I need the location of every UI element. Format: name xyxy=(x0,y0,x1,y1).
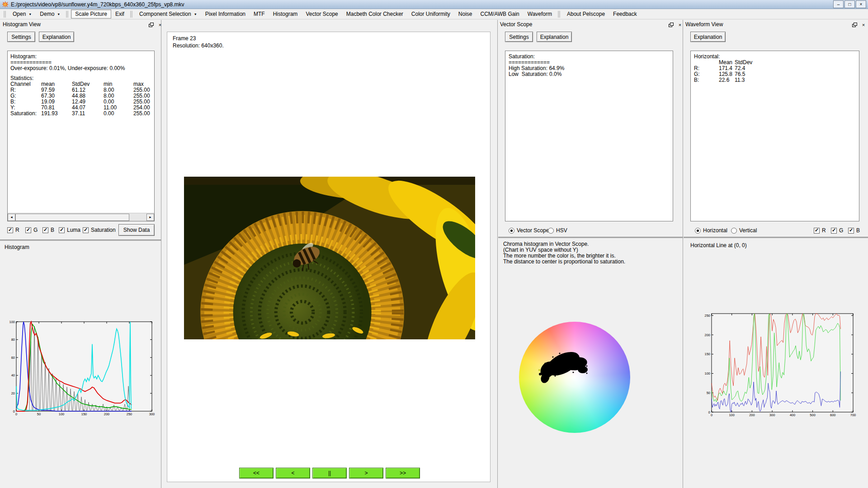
menu-exif[interactable]: Exif xyxy=(111,9,128,19)
checkbox-b[interactable]: ✓B xyxy=(42,227,54,233)
stat-cell: 0.00 xyxy=(104,111,133,117)
radio-hsv[interactable]: HSV xyxy=(548,227,567,234)
minimize-icon: – xyxy=(837,2,840,7)
check-icon: ✓ xyxy=(849,227,853,233)
histogram-section-label: Histogram xyxy=(5,244,29,250)
waveform-panel-title: Waveform View xyxy=(685,20,723,29)
panel-section-separator[interactable] xyxy=(498,237,683,238)
checkbox-waveform-r[interactable]: ✓R xyxy=(814,227,826,234)
panel-float-button[interactable] xyxy=(851,22,858,28)
svg-text:100: 100 xyxy=(9,320,15,324)
radio-dot xyxy=(697,230,699,232)
chevron-down-icon: ▼ xyxy=(57,13,60,16)
menu-waveform[interactable]: Waveform xyxy=(524,9,556,19)
menu-macbeth-color-checker[interactable]: Macbeth Color Checker xyxy=(342,9,407,19)
radio-vertical[interactable]: Vertical xyxy=(731,227,757,234)
horizontal-scrollbar[interactable]: ◄ ► xyxy=(8,213,154,221)
toolbar-grip[interactable] xyxy=(4,11,5,18)
playback-pause-button[interactable]: || xyxy=(312,468,347,479)
menu-scale-picture[interactable]: Scale Picture xyxy=(71,9,111,19)
window-titlebar[interactable]: E:/projects/video/vp8/sunflower.y4m_720k… xyxy=(0,0,868,9)
svg-text:250: 250 xyxy=(704,314,710,318)
menu-open[interactable]: Open▼ xyxy=(9,9,36,19)
checkbox-box: ✓ xyxy=(814,228,820,234)
menu-histogram[interactable]: Histogram xyxy=(269,9,302,19)
menu-color-uniformity[interactable]: Color Uniformity xyxy=(407,9,454,19)
histogram-explanation-button[interactable]: Explanation xyxy=(39,32,74,42)
panel-close-button[interactable]: × xyxy=(860,22,867,28)
playback-step-forward-button[interactable]: > xyxy=(349,468,383,479)
svg-text:0: 0 xyxy=(13,409,15,413)
scroll-left-button[interactable]: ◄ xyxy=(8,214,15,221)
checkbox-waveform-g[interactable]: ✓G xyxy=(831,227,843,234)
check-icon: ✓ xyxy=(26,227,30,233)
checkbox-g[interactable]: ✓G xyxy=(25,227,38,233)
svg-text:250: 250 xyxy=(127,412,132,416)
menu-ccm-awb-gain[interactable]: CCM/AWB Gain xyxy=(476,9,524,19)
histogram-settings-button[interactable]: Settings xyxy=(7,32,35,42)
stat-cell: 72.4 xyxy=(735,65,745,71)
panel-section-separator[interactable] xyxy=(0,239,161,241)
checkbox-box: ✓ xyxy=(42,227,48,233)
panel-close-button[interactable]: × xyxy=(676,22,684,28)
radio-circle xyxy=(695,228,701,234)
scroll-right-icon: ► xyxy=(149,216,152,219)
vectorscope-stats-box: Saturation: ============= High Saturatio… xyxy=(505,51,673,221)
close-button[interactable]: × xyxy=(856,0,866,8)
stat-row: Saturation:191.9337.110.00255.00 xyxy=(10,111,154,117)
checkbox-waveform-b[interactable]: ✓B xyxy=(848,227,860,234)
menu-noise[interactable]: Noise xyxy=(454,9,476,19)
svg-text:100: 100 xyxy=(729,413,735,417)
menu-about-pelscope[interactable]: About Pelscope xyxy=(563,9,609,19)
frame-label: Frame 23 xyxy=(173,35,196,42)
vectorscope-settings-button[interactable]: Settings xyxy=(505,32,533,42)
checkbox-saturation[interactable]: ✓Saturation xyxy=(83,227,116,233)
toolbar-grip[interactable] xyxy=(130,11,131,18)
toolbar-grip[interactable] xyxy=(558,11,559,18)
svg-text:20: 20 xyxy=(11,391,15,395)
dock-splitter[interactable] xyxy=(497,20,498,488)
checkbox-luma[interactable]: ✓Luma xyxy=(59,227,80,233)
chevron-down-icon: ▼ xyxy=(28,13,32,16)
radio-horizontal[interactable]: Horizontal xyxy=(695,227,727,234)
vectorscope-explanation-button[interactable]: Explanation xyxy=(537,32,572,42)
float-icon xyxy=(852,23,857,27)
close-icon: × xyxy=(159,23,161,28)
app-icon xyxy=(2,1,9,8)
svg-text:200: 200 xyxy=(704,333,710,337)
dock-splitter[interactable] xyxy=(161,20,161,488)
show-data-button[interactable]: Show Data xyxy=(118,224,155,236)
playback-rewind-button[interactable]: << xyxy=(239,468,274,479)
check-icon: ✓ xyxy=(815,227,819,233)
panel-close-button[interactable]: × xyxy=(156,22,164,28)
svg-text:500: 500 xyxy=(810,413,816,417)
checkbox-r[interactable]: ✓R xyxy=(7,227,19,233)
svg-text:100: 100 xyxy=(704,371,710,375)
panel-float-button[interactable] xyxy=(667,22,675,28)
menu-feedback[interactable]: Feedback xyxy=(609,9,641,19)
scroll-left-icon: ◄ xyxy=(10,216,13,219)
check-icon: ✓ xyxy=(60,227,64,233)
close-icon: × xyxy=(679,23,681,28)
radio-vector-scope[interactable]: Vector Scope xyxy=(509,227,549,234)
scroll-right-button[interactable]: ► xyxy=(146,214,154,221)
menu-vector-scope[interactable]: Vector Scope xyxy=(302,9,342,19)
panel-float-button[interactable] xyxy=(147,22,155,28)
svg-text:50: 50 xyxy=(37,412,41,416)
scrollbar-thumb[interactable] xyxy=(15,214,129,221)
playback-step-back-button[interactable]: < xyxy=(276,468,310,479)
panel-section-separator[interactable] xyxy=(684,237,868,238)
playback-fast-forward-button[interactable]: >> xyxy=(386,468,420,479)
menu-mtf[interactable]: MTF xyxy=(250,9,269,19)
dock-splitter[interactable] xyxy=(683,20,683,488)
waveform-explanation-button[interactable]: Explanation xyxy=(690,32,726,42)
menu-component-selection[interactable]: Component Selection▼ xyxy=(135,9,201,19)
radio-circle xyxy=(731,228,737,234)
menu-pixel-information[interactable]: Pixel Information xyxy=(201,9,250,19)
maximize-button[interactable]: □ xyxy=(844,0,855,8)
minimize-button[interactable]: – xyxy=(833,0,844,8)
toolbar-grip[interactable] xyxy=(66,11,67,18)
svg-text:300: 300 xyxy=(769,413,775,417)
histogram-stats-box: Histogram: ============= Over-exposure: … xyxy=(7,51,155,221)
menu-demo[interactable]: Demo▼ xyxy=(36,9,64,19)
